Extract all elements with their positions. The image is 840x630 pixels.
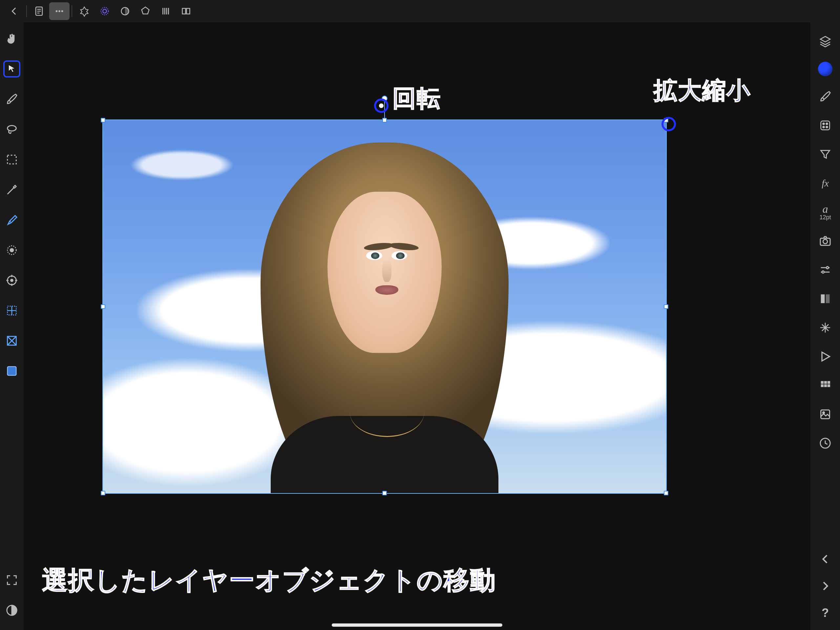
character-panel-icon[interactable]: a 12pt bbox=[817, 204, 834, 221]
annotation-circle-rotate bbox=[374, 98, 388, 113]
persona-export-icon[interactable] bbox=[156, 2, 176, 20]
adjustments-panel-icon[interactable] bbox=[817, 261, 834, 279]
persona-photo-icon[interactable] bbox=[74, 2, 95, 20]
channels-panel-icon[interactable] bbox=[817, 377, 834, 394]
smudge-tool-icon[interactable] bbox=[3, 211, 21, 228]
canvas-area[interactable]: 回転 拡大縮小 選択したレイヤーオブジェクトの移動 bbox=[24, 22, 810, 630]
filter-funnel-icon[interactable] bbox=[817, 146, 834, 163]
resize-handle-mid-right[interactable] bbox=[664, 304, 668, 309]
help-icon[interactable]: ? bbox=[817, 605, 834, 622]
resize-handle-bot-right[interactable] bbox=[664, 491, 668, 495]
snapping-panel-icon[interactable] bbox=[817, 319, 834, 336]
annotation-move-label: 選択したレイヤーオブジェクトの移動 bbox=[42, 564, 496, 598]
persona-liquify-icon[interactable] bbox=[95, 2, 115, 20]
marquee-tool-icon[interactable] bbox=[3, 151, 21, 168]
right-studio-bottom: ? bbox=[810, 551, 840, 622]
svg-rect-31 bbox=[826, 294, 830, 303]
svg-rect-7 bbox=[182, 8, 186, 14]
svg-rect-36 bbox=[824, 385, 827, 387]
brush-settings-icon[interactable] bbox=[817, 88, 834, 105]
gradient-tool-icon[interactable] bbox=[3, 242, 21, 259]
svg-point-27 bbox=[823, 239, 827, 244]
photo-layer[interactable] bbox=[103, 120, 666, 493]
left-toolbar-bottom bbox=[0, 571, 24, 619]
lasso-tool-icon[interactable] bbox=[3, 121, 21, 138]
fullscreen-toggle-icon[interactable] bbox=[3, 571, 21, 589]
svg-point-29 bbox=[822, 271, 824, 273]
move-tool-icon[interactable] bbox=[3, 60, 21, 78]
paint-brush-tool-icon[interactable] bbox=[3, 90, 21, 108]
camera-panel-icon[interactable] bbox=[817, 233, 834, 250]
persona-astro-icon[interactable] bbox=[176, 2, 196, 20]
svg-rect-35 bbox=[821, 385, 824, 387]
svg-rect-30 bbox=[821, 294, 825, 303]
crop-tool-icon[interactable] bbox=[3, 272, 21, 289]
dice-panel-icon[interactable] bbox=[817, 117, 834, 134]
chevron-right-icon[interactable] bbox=[817, 578, 834, 595]
portrait-subject bbox=[261, 142, 508, 493]
navigator-panel-icon[interactable] bbox=[817, 348, 834, 365]
stock-panel-icon[interactable] bbox=[817, 406, 834, 423]
svg-rect-34 bbox=[827, 381, 830, 384]
cloud-shape bbox=[131, 150, 233, 180]
right-studio-bar: fx a 12pt bbox=[810, 0, 840, 630]
svg-point-5 bbox=[103, 9, 106, 13]
perspective-tool-icon[interactable] bbox=[3, 332, 21, 349]
svg-point-28 bbox=[826, 267, 829, 269]
svg-point-22 bbox=[823, 123, 824, 125]
svg-point-13 bbox=[10, 249, 13, 252]
fx-panel-icon[interactable]: fx bbox=[817, 175, 834, 192]
svg-point-1 bbox=[56, 10, 58, 12]
swatches-panel-icon[interactable] bbox=[817, 290, 834, 307]
separator bbox=[71, 5, 72, 17]
history-panel-icon[interactable] bbox=[817, 435, 834, 452]
layers-panel-icon[interactable] bbox=[817, 33, 834, 50]
chevron-left-icon[interactable] bbox=[817, 551, 834, 568]
home-indicator bbox=[332, 624, 502, 627]
svg-point-25 bbox=[826, 127, 828, 128]
svg-point-10 bbox=[8, 125, 16, 131]
more-button[interactable] bbox=[49, 2, 69, 20]
svg-point-4 bbox=[101, 8, 109, 15]
color-picker-tool-icon[interactable] bbox=[3, 181, 21, 198]
svg-rect-37 bbox=[827, 385, 830, 387]
persona-develop-icon[interactable] bbox=[115, 2, 135, 20]
svg-point-39 bbox=[823, 412, 824, 413]
top-toolbar bbox=[0, 0, 840, 22]
hand-tool-icon[interactable] bbox=[3, 30, 21, 47]
back-button[interactable] bbox=[4, 2, 24, 20]
resize-handle-mid-left[interactable] bbox=[101, 304, 105, 309]
font-size-label: 12pt bbox=[819, 214, 831, 221]
svg-point-3 bbox=[62, 10, 63, 12]
svg-rect-32 bbox=[821, 381, 824, 384]
svg-rect-21 bbox=[821, 121, 830, 130]
svg-rect-11 bbox=[8, 155, 16, 164]
document-menu-button[interactable] bbox=[29, 2, 49, 20]
annotation-rotate-label: 回転 bbox=[392, 83, 441, 114]
svg-rect-18 bbox=[8, 367, 16, 375]
svg-point-15 bbox=[11, 279, 13, 282]
svg-point-2 bbox=[58, 10, 60, 12]
pixel-layer-tool-icon[interactable] bbox=[3, 362, 21, 380]
color-panel-icon[interactable] bbox=[818, 62, 832, 76]
resize-handle-top-mid[interactable] bbox=[382, 118, 387, 122]
mesh-warp-tool-icon[interactable] bbox=[3, 302, 21, 319]
svg-rect-8 bbox=[186, 8, 189, 14]
svg-rect-33 bbox=[824, 381, 827, 384]
resize-handle-top-left[interactable] bbox=[101, 118, 105, 122]
svg-rect-38 bbox=[821, 410, 830, 419]
annotation-circle-scale bbox=[662, 117, 676, 131]
svg-point-24 bbox=[823, 127, 824, 128]
left-toolbar bbox=[0, 22, 24, 630]
resize-handle-bot-mid[interactable] bbox=[382, 491, 387, 495]
annotation-scale-label: 拡大縮小 bbox=[654, 75, 751, 106]
svg-point-23 bbox=[826, 123, 828, 125]
selection-bounding-box[interactable] bbox=[103, 119, 667, 494]
contrast-toggle-icon[interactable] bbox=[3, 602, 21, 619]
persona-tonemap-icon[interactable] bbox=[135, 2, 156, 20]
separator bbox=[26, 5, 27, 17]
resize-handle-bot-left[interactable] bbox=[101, 491, 105, 495]
